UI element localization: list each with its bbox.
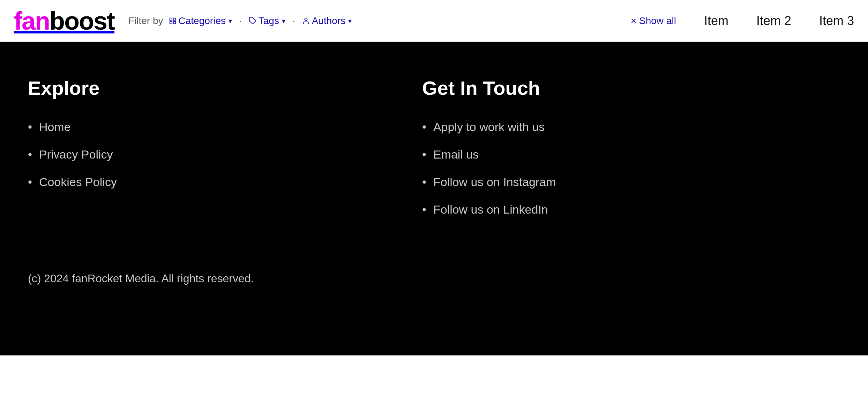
- site-footer: Explore Home Privacy Policy Cookies Poli…: [0, 42, 868, 355]
- svg-point-5: [305, 18, 307, 20]
- email-us-link[interactable]: Email us: [433, 148, 479, 161]
- filter-label: Filter by: [128, 15, 163, 26]
- svg-rect-0: [170, 18, 172, 20]
- show-all-button[interactable]: × Show all: [631, 15, 676, 26]
- instagram-link[interactable]: Follow us on Instagram: [433, 175, 556, 189]
- authors-filter-button[interactable]: Authors ▾: [299, 14, 355, 28]
- footer-explore-section: Explore Home Privacy Policy Cookies Poli…: [28, 77, 401, 230]
- footer-grid: Explore Home Privacy Policy Cookies Poli…: [28, 77, 795, 230]
- tags-filter-button[interactable]: Tags ▾: [246, 14, 288, 28]
- main-nav: Item Item 2 Item 3: [704, 14, 854, 28]
- nav-item-2[interactable]: Item 2: [756, 14, 791, 28]
- list-item: Privacy Policy: [28, 148, 401, 161]
- tag-icon: [249, 17, 256, 25]
- site-header: fanboost Filter by Categories ▾ · Tags ▾…: [0, 0, 868, 42]
- nav-item-3[interactable]: Item 3: [819, 14, 854, 28]
- authors-caret: ▾: [348, 17, 352, 25]
- list-item: Follow us on LinkedIn: [422, 203, 795, 216]
- authors-label: Authors: [312, 15, 346, 26]
- svg-rect-1: [173, 18, 175, 20]
- categories-label: Categories: [179, 15, 226, 26]
- header-right: × Show all Item Item 2 Item 3: [631, 14, 854, 28]
- copyright-text: (c) 2024 fanRocket Media. All rights res…: [28, 272, 840, 285]
- linkedin-link[interactable]: Follow us on LinkedIn: [433, 203, 548, 216]
- tags-caret: ▾: [282, 17, 285, 25]
- categories-caret: ▾: [229, 17, 232, 25]
- svg-rect-3: [170, 21, 172, 23]
- filter-separator-2: ·: [292, 15, 295, 26]
- header-left: fanboost Filter by Categories ▾ · Tags ▾…: [14, 8, 354, 33]
- explore-list: Home Privacy Policy Cookies Policy: [28, 120, 401, 189]
- footer-bottom: (c) 2024 fanRocket Media. All rights res…: [28, 265, 840, 285]
- footer-contact-section: Get In Touch Apply to work with us Email…: [422, 77, 795, 230]
- contact-list: Apply to work with us Email us Follow us…: [422, 120, 795, 216]
- category-icon: [169, 17, 177, 25]
- person-icon: [302, 17, 310, 25]
- categories-filter-button[interactable]: Categories ▾: [166, 14, 235, 28]
- show-all-label: × Show all: [631, 15, 676, 26]
- home-link[interactable]: Home: [39, 120, 71, 134]
- apply-to-work-link[interactable]: Apply to work with us: [433, 120, 545, 134]
- privacy-policy-link[interactable]: Privacy Policy: [39, 148, 113, 161]
- logo-boost: boost: [50, 7, 114, 35]
- logo-fan: fan: [14, 7, 50, 35]
- nav-item-1[interactable]: Item: [704, 14, 728, 28]
- list-item: Cookies Policy: [28, 175, 401, 189]
- get-in-touch-title: Get In Touch: [422, 77, 795, 99]
- list-item: Home: [28, 120, 401, 134]
- list-item: Apply to work with us: [422, 120, 795, 134]
- list-item: Follow us on Instagram: [422, 175, 795, 189]
- filter-separator-1: ·: [239, 15, 242, 26]
- tags-label: Tags: [259, 15, 279, 26]
- cookies-policy-link[interactable]: Cookies Policy: [39, 175, 117, 189]
- filter-bar: Filter by Categories ▾ · Tags ▾ ·: [128, 14, 354, 28]
- site-logo[interactable]: fanboost: [14, 8, 114, 33]
- explore-title: Explore: [28, 77, 401, 99]
- svg-rect-2: [173, 21, 175, 23]
- list-item: Email us: [422, 148, 795, 161]
